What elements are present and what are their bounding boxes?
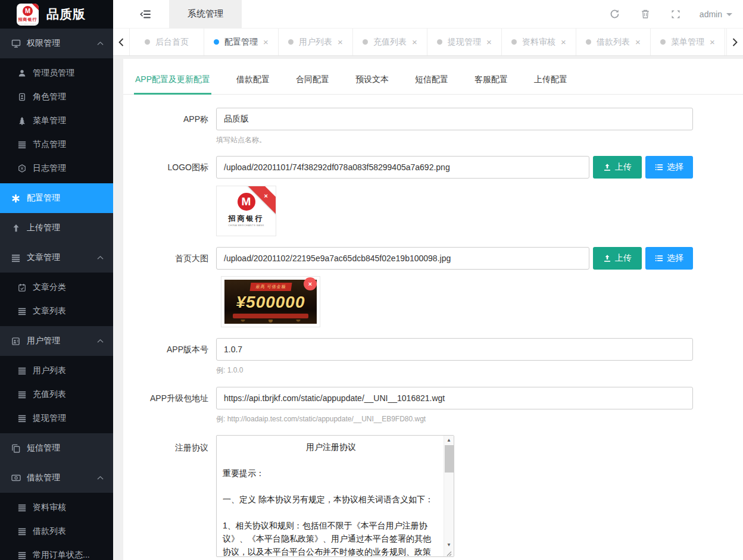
tab-menu[interactable]: 菜单管理× <box>651 29 725 55</box>
close-icon[interactable]: × <box>486 37 492 46</box>
banner-path-input[interactable] <box>216 247 589 270</box>
ctab-app-config[interactable]: APP配置及更新配置 <box>134 74 211 94</box>
sidebar-item-config[interactable]: 配置管理 <box>0 183 113 213</box>
list-icon <box>17 366 27 376</box>
scrollbar-thumb[interactable] <box>445 445 454 473</box>
close-icon[interactable]: × <box>561 37 566 46</box>
delete-logo-button[interactable]: × <box>264 193 268 199</box>
textarea-scrollbar[interactable]: ▲ ▼ <box>444 436 454 556</box>
tab-withdraw[interactable]: 提现管理× <box>427 29 502 55</box>
field-hint: 例: http://loadaip.test.com/static/appupd… <box>216 414 693 424</box>
form-row-agreement: 注册协议 用户注册协议 重要提示： 一、定义 除本协议另有规定，本协议相关词语含… <box>123 435 693 557</box>
agreement-textarea[interactable]: 用户注册协议 重要提示： 一、定义 除本协议另有规定，本协议相关词语含义如下： … <box>216 435 454 557</box>
ctab-sms-config[interactable]: 短信配置 <box>414 74 449 94</box>
sidebar-item-recharge-list[interactable]: 充值列表 <box>0 383 113 406</box>
sidebar-item-nodes[interactable]: 节点管理 <box>0 133 113 157</box>
tab-user-list[interactable]: 用户列表× <box>279 29 353 55</box>
banner-strip <box>233 314 308 318</box>
scroll-up-icon[interactable]: ▲ <box>447 436 451 445</box>
sidebar-item-label: 配置管理 <box>27 193 60 204</box>
scroll-down-icon[interactable]: ▼ <box>447 540 451 549</box>
ctab-loan-config[interactable]: 借款配置 <box>235 74 271 94</box>
sidebar-item-logs[interactable]: 日志管理 <box>0 157 113 180</box>
tabs-scroll-right[interactable] <box>726 29 743 55</box>
close-icon[interactable]: × <box>635 37 641 46</box>
tab-label: 用户列表 <box>299 37 332 48</box>
upgrade-url-input[interactable] <box>216 387 693 409</box>
trash-icon[interactable] <box>641 9 650 19</box>
logo-path-input[interactable] <box>216 156 589 179</box>
banner-choose-button[interactable]: 选择 <box>645 247 693 270</box>
sidebar-item-order-status[interactable]: 常用订单状态... <box>0 543 113 560</box>
list-icon <box>17 414 27 424</box>
ctab-contract-config[interactable]: 合同配置 <box>295 74 330 94</box>
close-icon[interactable]: × <box>263 37 269 46</box>
user-menu[interactable]: admin <box>700 10 732 19</box>
fullscreen-icon[interactable] <box>671 10 680 19</box>
tab-loan-list[interactable]: 借款列表× <box>576 29 651 55</box>
sidebar-item-label: 充值列表 <box>33 389 66 400</box>
sidebar-item-data-review[interactable]: 资料审核 <box>0 496 113 520</box>
ctab-preset-text[interactable]: 预设文本 <box>354 74 390 94</box>
topbar-actions: admin <box>589 9 732 19</box>
bank-logo-icon: M <box>23 6 33 16</box>
resize-grip-icon[interactable] <box>447 549 452 556</box>
field-label: APP版本号 <box>123 338 216 376</box>
submenu-loans: 资料审核 借款列表 常用订单状态... <box>0 493 113 560</box>
sidebar-item-article-list[interactable]: 文章列表 <box>0 299 113 323</box>
logo-upload-button[interactable]: 上传 <box>593 156 642 179</box>
button-label: 选择 <box>667 162 683 173</box>
banner-badge: 最高 可借金额 <box>249 283 292 291</box>
brand-logo-ribbon <box>32 4 39 10</box>
banner-amount: ¥500000 <box>224 293 317 312</box>
tab-home[interactable]: 后台首页 <box>130 29 204 55</box>
sidebar-group-loans[interactable]: 借款管理 <box>0 463 113 493</box>
refresh-icon[interactable] <box>610 9 620 19</box>
tab-config[interactable]: 配置管理× <box>204 29 279 55</box>
sidebar-item-upload[interactable]: 上传管理 <box>0 213 113 243</box>
chevron-up-icon <box>97 339 104 343</box>
sidebar-item-label: 角色管理 <box>33 92 66 102</box>
app-name-input[interactable] <box>216 108 693 130</box>
sidebar-group-permission[interactable]: 权限管理 <box>0 29 113 58</box>
tab-dot <box>288 39 294 45</box>
tab-label: 配置管理 <box>224 37 258 48</box>
sidebar-item-label: 日志管理 <box>33 163 66 174</box>
banner-upload-button[interactable]: 上传 <box>593 247 642 270</box>
ctab-service-config[interactable]: 客服配置 <box>473 74 509 94</box>
sidebar-item-administrators[interactable]: 管理员管理 <box>0 61 113 85</box>
ctab-upload-config[interactable]: 上传配置 <box>533 74 569 94</box>
close-icon[interactable]: × <box>338 37 343 46</box>
sidebar-item-sms[interactable]: 短信管理 <box>0 433 113 463</box>
tab-data-review[interactable]: 资料审核× <box>502 29 576 55</box>
module-tab-system[interactable]: 系统管理 <box>169 0 242 29</box>
content-area: APP配置及更新配置 借款配置 合同配置 预设文本 短信配置 客服配置 上传配置… <box>113 56 743 560</box>
sidebar-item-label: 常用订单状态... <box>33 550 90 560</box>
sidebar-item-loan-list[interactable]: 借款列表 <box>0 520 113 543</box>
sidebar-item-roles[interactable]: 角色管理 <box>0 85 113 109</box>
sidebar-toggle-icon[interactable] <box>139 10 151 19</box>
close-icon[interactable]: × <box>412 37 417 46</box>
tab-label: 提现管理 <box>448 37 481 48</box>
config-form: APP称 填写站点名称。 LOGO图标 上传 选择 M <box>123 108 743 557</box>
bank-name-cn: 招商银行 <box>18 17 38 23</box>
logo-choose-button[interactable]: 选择 <box>645 156 693 179</box>
close-icon[interactable]: × <box>710 37 715 46</box>
sidebar-group-articles[interactable]: 文章管理 <box>0 243 113 273</box>
sidebar-item-menus[interactable]: 菜单管理 <box>0 109 113 133</box>
sidebar-item-withdraw[interactable]: 提现管理 <box>0 406 113 430</box>
sidebar-item-user-list[interactable]: 用户列表 <box>0 359 113 383</box>
form-row-banner: 首页大图 上传 选择 最高 可借金额 ¥500000 <box>123 247 693 327</box>
list-icon <box>17 527 27 537</box>
brand[interactable]: M 招商银行 CHINA MERCHANTS BANK 品质版 <box>0 0 113 29</box>
version-input[interactable] <box>216 338 693 361</box>
tab-dot <box>214 39 219 45</box>
delete-banner-button[interactable]: × <box>304 277 317 290</box>
tabs-scroll-left[interactable] <box>113 29 130 55</box>
bank-logo-icon: M <box>238 193 255 211</box>
tab-label: 充值列表 <box>373 37 407 48</box>
sidebar-item-article-categories[interactable]: 文章分类 <box>0 276 113 299</box>
sidebar-group-users[interactable]: 用户管理 <box>0 326 113 356</box>
tab-label: 后台首页 <box>155 37 189 48</box>
tab-recharge-list[interactable]: 充值列表× <box>353 29 427 55</box>
